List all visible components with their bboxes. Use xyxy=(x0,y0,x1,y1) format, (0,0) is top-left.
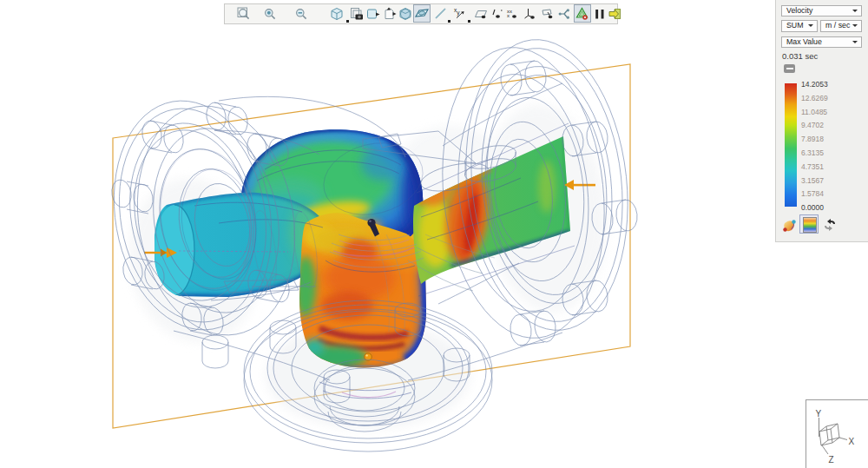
svg-text:Z: Z xyxy=(829,455,834,465)
svg-text:Y: Y xyxy=(816,409,822,419)
svg-text:X: X xyxy=(849,437,855,446)
svg-text:x: x xyxy=(507,13,510,18)
